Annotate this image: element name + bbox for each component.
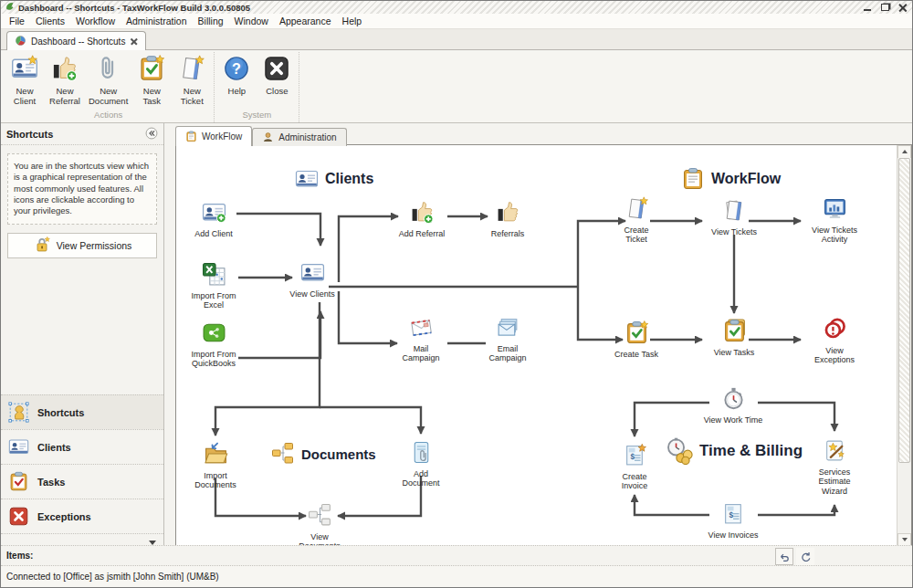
scrollbar-thumb[interactable]	[898, 158, 910, 463]
view-invoices[interactable]: $View Invoices	[701, 501, 765, 540]
services-estimate-wizard[interactable]: Services Estimate Wizard	[812, 438, 857, 496]
sidebar-item-exceptions[interactable]: Exceptions	[1, 499, 163, 533]
node-label: View Tickets Activity	[805, 226, 864, 245]
import-from-quickbooks[interactable]: Import From QuickBooks	[184, 320, 243, 369]
toolbar-button-label: New	[184, 86, 201, 96]
new-referral-button[interactable]: NewReferral	[45, 52, 85, 110]
heading-label: Documents	[301, 446, 376, 462]
toolbar-button-label: New	[100, 86, 117, 96]
lock-icon	[33, 236, 51, 256]
node-label: View Tasks	[714, 348, 755, 358]
referrals-icon	[496, 200, 520, 225]
restore-button[interactable]	[880, 3, 890, 12]
refresh-icon	[799, 551, 812, 563]
node-label: Import From Excel	[185, 291, 242, 310]
tab-close-button[interactable]	[130, 37, 138, 46]
sidebar-item-label: Clients	[37, 442, 71, 453]
view-work-time[interactable]: View Work Time	[698, 386, 769, 425]
new-document-button[interactable]: NewDocument	[85, 52, 131, 110]
shortcuts-info-box: You are in the shortcuts view which is a…	[7, 153, 157, 225]
view-permissions-button[interactable]: View Permissions	[7, 233, 157, 258]
time-billing-heading: Time & Billing	[666, 437, 803, 465]
toolbar-group-actions: NewClientNewReferralNewDocumentNewTaskNe…	[3, 52, 215, 122]
toolbar-buttons: NewClientNewReferralNewDocumentNewTaskNe…	[5, 52, 212, 110]
new-ticket-icon	[178, 55, 205, 82]
view-documents-icon	[308, 503, 332, 528]
dashboard-tab-icon	[15, 35, 26, 47]
items-status-bar: Items:	[1, 545, 912, 566]
node-label: View Work Time	[704, 415, 763, 425]
canvas-vertical-scrollbar[interactable]	[897, 145, 911, 547]
new-document-icon	[95, 55, 122, 82]
menu-workflow[interactable]: Workflow	[70, 15, 121, 27]
view-tasks[interactable]: View Tasks	[707, 319, 761, 357]
statusbar-refresh-button[interactable]	[796, 548, 814, 565]
tab-workflow[interactable]: WorkFlow	[175, 126, 252, 146]
view-permissions-label: View Permissions	[57, 240, 132, 251]
sidebar-item-shortcuts[interactable]: Shortcuts	[1, 394, 163, 429]
sidebar: Shortcuts You are in the shortcuts view …	[1, 123, 164, 549]
menu-help[interactable]: Help	[337, 15, 368, 27]
arrow-up-icon	[902, 150, 908, 153]
sidebar-item-tasks[interactable]: Tasks	[1, 464, 163, 499]
administration-tab-icon	[262, 131, 274, 143]
new-task-button[interactable]: NewTask	[131, 52, 172, 110]
new-client-button[interactable]: NewClient	[5, 52, 45, 110]
sidebar-item-clients[interactable]: Clients	[1, 429, 163, 464]
referrals[interactable]: Referrals	[480, 200, 535, 238]
clients-nav-icon	[8, 436, 29, 457]
sidebar-header: Shortcuts	[1, 123, 163, 145]
view-exceptions[interactable]: View Exceptions	[808, 317, 861, 365]
mail-campaign-icon	[409, 315, 434, 340]
help-button[interactable]: ?Help	[216, 52, 257, 110]
create-invoice[interactable]: $Create Invoice	[614, 443, 655, 491]
view-documents[interactable]: View Documents	[292, 503, 347, 548]
add-document[interactable]: Add Document	[397, 440, 445, 488]
toolbar-button-label: Ticket	[181, 96, 204, 106]
close-button[interactable]: Close	[257, 52, 297, 110]
close-icon	[898, 4, 907, 12]
heading-label: Time & Billing	[699, 442, 803, 460]
statusbar-undo-button[interactable]	[775, 548, 793, 565]
view-clients[interactable]: View Clients	[280, 260, 344, 299]
app-icon	[5, 2, 15, 13]
tab-administration[interactable]: Administration	[252, 128, 346, 146]
mail-campaign[interactable]: Mail Campaign	[397, 315, 445, 363]
view-tickets-activity[interactable]: View Tickets Activity	[805, 196, 864, 245]
add-referral[interactable]: Add Referral	[390, 200, 454, 238]
menu-administration[interactable]: Administration	[121, 15, 193, 27]
new-ticket-button[interactable]: NewTicket	[172, 52, 212, 110]
minimize-button[interactable]	[863, 3, 873, 12]
view-work-time-icon	[721, 386, 746, 411]
menu-file[interactable]: File	[4, 15, 30, 27]
menu-window[interactable]: Window	[229, 15, 274, 27]
create-task-icon	[624, 320, 649, 345]
toolbar-buttons: ?HelpClose	[216, 52, 297, 110]
view-invoices-icon: $	[721, 501, 746, 526]
collapse-sidebar-button[interactable]	[145, 127, 158, 142]
close-window-button[interactable]	[897, 3, 908, 12]
email-campaign[interactable]: Email Campaign	[484, 315, 531, 363]
close-icon	[131, 37, 137, 44]
create-ticket[interactable]: Create Ticket	[618, 196, 655, 245]
body: Shortcuts You are in the shortcuts view …	[1, 123, 912, 549]
import-from-excel[interactable]: Import From Excel	[185, 262, 242, 310]
menu-clients[interactable]: Clients	[30, 15, 70, 27]
node-label: Import Documents	[190, 471, 241, 490]
import-documents[interactable]: Import Documents	[190, 442, 241, 490]
sidebar-title: Shortcuts	[6, 129, 53, 140]
menu-billing[interactable]: Billing	[193, 15, 229, 27]
services-estimate-wizard-icon	[823, 438, 847, 463]
add-client[interactable]: Add Client	[186, 200, 241, 238]
create-task[interactable]: Create Task	[604, 320, 668, 359]
import-documents-icon	[204, 442, 228, 467]
collapse-icon	[145, 127, 158, 140]
toolbar-button-label: New	[143, 86, 161, 96]
scroll-up-button[interactable]	[897, 145, 911, 158]
view-tickets[interactable]: View Tickets	[704, 198, 764, 236]
sidebar-navigation: ShortcutsClientsTasksExceptions	[1, 394, 163, 534]
tab-dashboard-shortcuts[interactable]: Dashboard -- Shortcuts	[6, 31, 146, 50]
node-label: Add Document	[397, 469, 445, 488]
toolbar-button-label: Document	[89, 96, 128, 106]
menu-appearance[interactable]: Appearance	[274, 15, 337, 27]
